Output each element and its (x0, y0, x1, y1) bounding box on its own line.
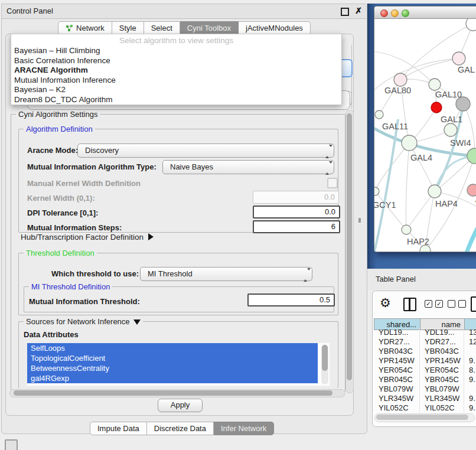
table-row[interactable]: YBR045CYBR045C9. (374, 375, 476, 384)
network-node[interactable] (429, 79, 441, 90)
aracne-mode-combo[interactable]: Discovery (77, 144, 334, 158)
table-cell[interactable]: YER054C (374, 366, 420, 375)
network-node[interactable] (402, 225, 411, 234)
settings-vertical-scrollbar[interactable] (345, 110, 354, 393)
settings-vscroll-thumb[interactable] (347, 113, 352, 380)
mi-threshold-field[interactable]: 0.5 (247, 294, 335, 306)
select-all-icon[interactable]: ✓✓ (425, 300, 443, 308)
network-node[interactable] (402, 135, 417, 151)
tab-cyni-toolbox[interactable]: Cyni Toolbox (180, 21, 239, 35)
network-node[interactable] (375, 110, 383, 119)
table-row[interactable]: YPR145WYPR145W9. (374, 356, 476, 366)
data-attribute-item[interactable]: BetweennessCentrality (27, 363, 318, 373)
network-node[interactable] (444, 123, 457, 136)
tab-network[interactable]: Network (58, 21, 112, 35)
table-row[interactable]: YBR043CYBR043C (374, 347, 476, 356)
mi-type-combo[interactable]: Naive Bayes (162, 160, 334, 174)
table-cell[interactable]: YBL079W (374, 384, 420, 394)
zoom-traffic-light-icon[interactable] (402, 9, 409, 17)
network-node[interactable] (374, 187, 379, 195)
apply-button[interactable]: Apply (158, 399, 203, 412)
table-row[interactable]: YBL079WYBL079W (374, 384, 476, 394)
data-attribute-item[interactable]: SelfLoops (27, 343, 318, 353)
settings-horizontal-scrollbar[interactable] (9, 389, 345, 397)
table-cell[interactable]: YIL052C (420, 403, 464, 413)
algorithm-option[interactable]: Basic Correlation Inference (14, 56, 339, 66)
table-cell[interactable]: YBL079W (420, 384, 464, 394)
hub-transcription-factor-section[interactable]: Hub/Transcription Factor Definition (21, 233, 154, 242)
table-cell[interactable]: YDR27... (420, 337, 464, 347)
table-cell[interactable]: YPR145W (420, 356, 464, 366)
table-row[interactable]: YDL19...YDL19...13 (374, 328, 476, 337)
table-row[interactable]: YIL052CYIL052C9. (374, 403, 476, 413)
table-cell[interactable]: 12 (464, 337, 476, 347)
table-cell[interactable]: YDL19... (374, 328, 420, 337)
network-node[interactable] (394, 73, 407, 86)
table-cell[interactable]: YBR045C (374, 375, 420, 384)
table-cell[interactable] (464, 384, 476, 394)
table-cell[interactable]: 8. (464, 366, 476, 375)
bottom-tab-discretize-data[interactable]: Discretize Data (147, 422, 214, 435)
table-row[interactable]: YDR27...YDR27...12 (374, 337, 476, 347)
close-icon[interactable]: ✗ (355, 6, 362, 15)
table-cell[interactable]: YDR27... (374, 337, 420, 347)
settings-hscroll-thumb[interactable] (14, 390, 332, 396)
dpi-tolerance-field[interactable]: 0.0 (253, 206, 340, 219)
data-attribute-item[interactable]: TopologicalCoefficient (27, 353, 318, 363)
expand-arrow-icon[interactable] (148, 233, 154, 240)
float-window-icon[interactable] (341, 8, 349, 16)
tab-style[interactable]: Style (112, 21, 144, 35)
network-node[interactable] (467, 184, 476, 196)
collapse-arrow-icon[interactable] (133, 319, 141, 325)
algorithm-option[interactable]: Bayesian – K2 (14, 85, 339, 95)
table-row[interactable]: YER054CYER054C8. (374, 366, 476, 375)
network-window-titlebar[interactable] (374, 6, 476, 19)
tab-select[interactable]: Select (144, 21, 180, 35)
table-cell[interactable]: YDL19... (420, 328, 464, 337)
algorithm-option[interactable]: ARACNE Algorithm (14, 66, 339, 76)
table-cell[interactable]: 9. (464, 394, 476, 403)
table-cell[interactable]: YER054C (420, 366, 464, 375)
data-attribute-item[interactable]: gal4RGexp (27, 373, 318, 383)
algorithm-option[interactable]: Bayesian – Hill Climbing (14, 46, 339, 56)
network-canvas[interactable]: GALGAL80GAL10GAL1GAL11SWI4GAL4GCY1HAP4YH… (374, 19, 476, 252)
list-scrollbar[interactable] (321, 344, 328, 384)
table-cell[interactable]: YPR145W (374, 356, 420, 366)
table-cell[interactable]: YLR345W (374, 394, 420, 403)
table-cell[interactable]: YBR045C (420, 375, 464, 384)
new-file-icon[interactable] (471, 296, 476, 312)
network-node[interactable] (428, 185, 441, 198)
bottom-tab-impute-data[interactable]: Impute Data (90, 422, 147, 435)
network-node[interactable] (431, 102, 442, 113)
table-cell[interactable]: 9. (464, 375, 476, 384)
data-attributes-list[interactable]: SelfLoopsTopologicalCoefficientBetweenne… (27, 343, 330, 386)
bottom-tab-infer-network[interactable]: Infer Network (214, 422, 274, 435)
algorithm-option[interactable]: Dream8 DC_TDC Algorithm (14, 95, 339, 105)
table-cell[interactable]: YBR043C (374, 347, 420, 356)
minimized-panel-icon[interactable] (5, 439, 18, 450)
table-cell[interactable]: YIL052C (374, 403, 420, 413)
table-cell[interactable] (464, 347, 476, 356)
table-row[interactable]: YLR345WYLR345W9. (374, 394, 476, 403)
list-scrollbar-thumb[interactable] (322, 345, 328, 371)
columns-icon[interactable] (403, 298, 416, 311)
which-threshold-combo[interactable]: MI Threshold (140, 267, 312, 281)
close-traffic-light-icon[interactable] (380, 9, 388, 17)
table-cell[interactable]: YLR345W (420, 394, 464, 403)
minimize-traffic-light-icon[interactable] (391, 9, 399, 17)
deselect-all-icon[interactable] (448, 300, 466, 308)
table-cell[interactable]: 9. (464, 403, 476, 413)
mi-steps-field[interactable]: 6 (253, 220, 340, 233)
network-node[interactable] (452, 52, 465, 65)
table-cell[interactable]: 13 (464, 328, 476, 337)
algorithm-option[interactable]: Mutual Information Inference (14, 76, 339, 86)
table-cell[interactable]: YBR043C (420, 347, 464, 356)
table-cell[interactable]: 9. (464, 356, 476, 366)
inference-algorithm-combo-partial[interactable] (340, 59, 353, 77)
panel-divider-handle[interactable] (358, 218, 361, 223)
network-node[interactable] (466, 19, 476, 31)
tab-jactivemnodules[interactable]: jActiveMNodules (239, 21, 311, 35)
table-horizontal-scrollbar[interactable] (374, 413, 475, 422)
table-hscroll-thumb[interactable] (376, 415, 468, 420)
gear-icon[interactable]: ⚙ (380, 296, 391, 310)
